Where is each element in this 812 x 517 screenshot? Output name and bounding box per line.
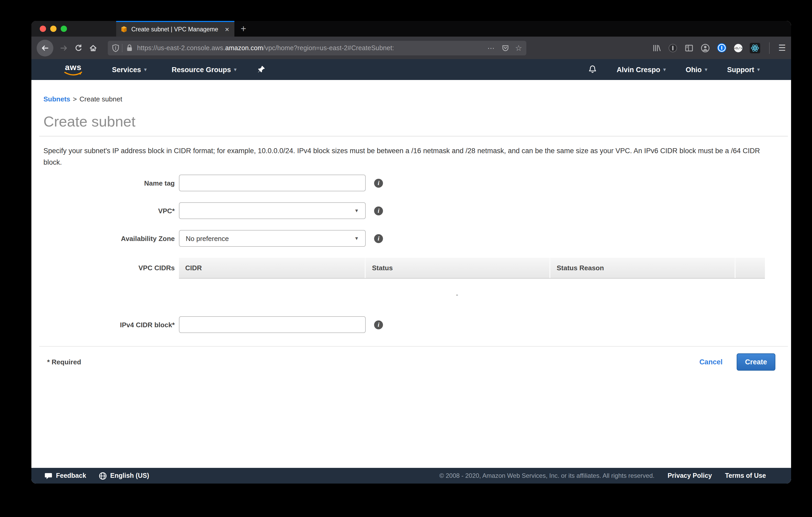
minimize-window-button[interactable] bbox=[50, 26, 57, 32]
tab-title: Create subnet | VPC Manageme bbox=[131, 26, 220, 32]
availability-zone-value: No preference bbox=[186, 235, 229, 242]
nav-support-menu[interactable]: Support▾ bbox=[727, 66, 760, 73]
url-prefix: https://us-east-2.console.aws. bbox=[137, 44, 225, 52]
breadcrumb-current: Create subnet bbox=[80, 95, 122, 103]
close-tab-icon[interactable]: × bbox=[224, 26, 230, 33]
new-tab-button[interactable]: + bbox=[234, 24, 253, 33]
availability-zone-select[interactable]: No preference ▼ bbox=[179, 230, 366, 247]
select-caret-icon: ▼ bbox=[354, 236, 359, 241]
svg-text:<h/>: <h/> bbox=[734, 46, 742, 50]
empty-table-indicator: - bbox=[365, 279, 549, 310]
chevron-down-icon: ▾ bbox=[705, 67, 707, 72]
ipv4-cidr-label: IPv4 CIDR block* bbox=[31, 321, 179, 329]
pocket-icon[interactable] bbox=[501, 44, 509, 52]
nav-services[interactable]: Services▾ bbox=[112, 66, 146, 73]
required-note: * Required bbox=[47, 358, 81, 366]
home-button[interactable] bbox=[86, 40, 100, 55]
library-icon[interactable] bbox=[651, 43, 661, 53]
page-title: Create subnet bbox=[44, 114, 791, 130]
breadcrumb-subnets-link[interactable]: Subnets bbox=[44, 95, 70, 103]
name-tag-label: Name tag bbox=[31, 179, 179, 187]
chevron-down-icon: ▾ bbox=[757, 67, 760, 72]
aws-logo[interactable]: aws bbox=[64, 63, 83, 76]
vpc-cidrs-label: VPC CIDRs bbox=[31, 258, 179, 279]
vpc-cidrs-table-body: - bbox=[179, 279, 765, 310]
tab-bar: Create subnet | VPC Manageme × + bbox=[31, 21, 791, 37]
actions-divider bbox=[39, 346, 788, 346]
privacy-policy-link[interactable]: Privacy Policy bbox=[668, 472, 712, 479]
tracking-protection-shield-icon[interactable] bbox=[112, 44, 119, 52]
browser-toolbar: https://us-east-2.console.aws.amazon.com… bbox=[31, 37, 791, 59]
close-window-button[interactable] bbox=[40, 26, 46, 32]
notifications-bell-icon[interactable] bbox=[588, 65, 597, 74]
column-header-extra bbox=[734, 258, 765, 278]
form-row-vpc-cidrs: VPC CIDRs CIDR Status Status Reason - bbox=[31, 258, 791, 310]
breadcrumb: Subnets>Create subnet bbox=[44, 95, 791, 103]
ipv4-cidr-input[interactable] bbox=[179, 316, 366, 333]
cancel-button[interactable]: Cancel bbox=[699, 358, 723, 366]
extension-1password-classic-icon[interactable] bbox=[668, 43, 677, 53]
language-button[interactable]: English (US) bbox=[98, 472, 149, 480]
info-icon[interactable]: i bbox=[374, 320, 383, 329]
bookmark-star-icon[interactable]: ☆ bbox=[515, 43, 522, 53]
reload-button[interactable] bbox=[71, 40, 86, 55]
lock-icon[interactable] bbox=[126, 44, 133, 52]
name-tag-input[interactable] bbox=[179, 175, 366, 191]
form-actions: * Required Cancel Create bbox=[31, 354, 791, 371]
aws-footer: Feedback English (US) © 2008 - 2020, Ama… bbox=[31, 468, 791, 484]
info-icon[interactable]: i bbox=[374, 179, 383, 187]
chevron-down-icon: ▾ bbox=[144, 67, 146, 72]
title-divider bbox=[39, 136, 788, 136]
nav-region-menu[interactable]: Ohio▾ bbox=[686, 66, 707, 73]
create-subnet-form: Name tag i VPC* ▼ i Availability Zone No bbox=[31, 175, 791, 333]
url-path: /vpc/home?region=us-east-2#CreateSubnet: bbox=[263, 44, 394, 52]
info-icon[interactable]: i bbox=[374, 206, 383, 215]
url-text: https://us-east-2.console.aws.amazon.com… bbox=[137, 44, 487, 52]
vpc-cidrs-table: CIDR Status Status Reason - bbox=[179, 258, 765, 310]
browser-tab[interactable]: Create subnet | VPC Manageme × bbox=[116, 21, 234, 37]
react-devtools-icon[interactable] bbox=[750, 42, 760, 53]
column-header-status: Status bbox=[365, 258, 549, 278]
1password-icon[interactable] bbox=[717, 43, 726, 53]
create-button[interactable]: Create bbox=[737, 354, 775, 371]
account-icon[interactable] bbox=[700, 43, 710, 53]
form-row-name-tag: Name tag i bbox=[31, 175, 791, 191]
chevron-down-icon: ▾ bbox=[663, 67, 666, 72]
nav-resource-groups[interactable]: Resource Groups▾ bbox=[172, 66, 236, 73]
url-bar[interactable]: https://us-east-2.console.aws.amazon.com… bbox=[108, 40, 526, 55]
nav-user-menu[interactable]: Alvin Crespo▾ bbox=[616, 66, 666, 73]
availability-zone-label: Availability Zone bbox=[31, 235, 179, 242]
form-row-availability-zone: Availability Zone No preference ▼ i bbox=[31, 230, 791, 247]
vpc-cidrs-table-header: CIDR Status Status Reason bbox=[179, 258, 765, 279]
pin-icon[interactable] bbox=[257, 65, 265, 74]
vpc-label: VPC* bbox=[31, 207, 179, 215]
feedback-button[interactable]: Feedback bbox=[45, 472, 86, 480]
urlbar-divider bbox=[122, 44, 122, 52]
info-icon[interactable]: i bbox=[374, 234, 383, 243]
url-domain: amazon.com bbox=[225, 44, 263, 52]
column-header-cidr: CIDR bbox=[179, 258, 365, 278]
column-header-status-reason: Status Reason bbox=[549, 258, 734, 278]
form-row-ipv4-cidr: IPv4 CIDR block* i bbox=[31, 316, 791, 333]
browser-window: Create subnet | VPC Manageme × + bbox=[31, 21, 791, 484]
nav-right: Alvin Crespo▾ Ohio▾ Support▾ bbox=[588, 65, 791, 74]
toolbar-extensions: <h/> ☰ bbox=[651, 42, 786, 54]
page-content: Subnets>Create subnet Create subnet Spec… bbox=[31, 80, 791, 468]
vpc-select[interactable]: ▼ bbox=[179, 202, 366, 219]
speech-bubble-icon bbox=[45, 472, 52, 480]
menu-icon[interactable]: ☰ bbox=[778, 43, 786, 53]
form-row-vpc: VPC* ▼ i bbox=[31, 202, 791, 219]
terms-of-use-link[interactable]: Terms of Use bbox=[725, 472, 766, 479]
vpc-favicon-icon bbox=[120, 26, 128, 33]
zoom-window-button[interactable] bbox=[61, 26, 67, 32]
page-actions-icon[interactable]: ⋯ bbox=[487, 44, 495, 52]
sidebar-toggle-icon[interactable] bbox=[684, 43, 694, 53]
breadcrumb-separator: > bbox=[73, 95, 77, 103]
chevron-down-icon: ▾ bbox=[234, 67, 236, 72]
desktop: Create subnet | VPC Manageme × + bbox=[0, 0, 812, 517]
window-controls bbox=[31, 21, 116, 37]
back-button[interactable] bbox=[37, 39, 53, 56]
copyright-text: © 2008 - 2020, Amazon Web Services, Inc.… bbox=[439, 472, 655, 479]
forward-button[interactable] bbox=[57, 40, 71, 55]
code-extension-icon[interactable]: <h/> bbox=[733, 43, 743, 53]
